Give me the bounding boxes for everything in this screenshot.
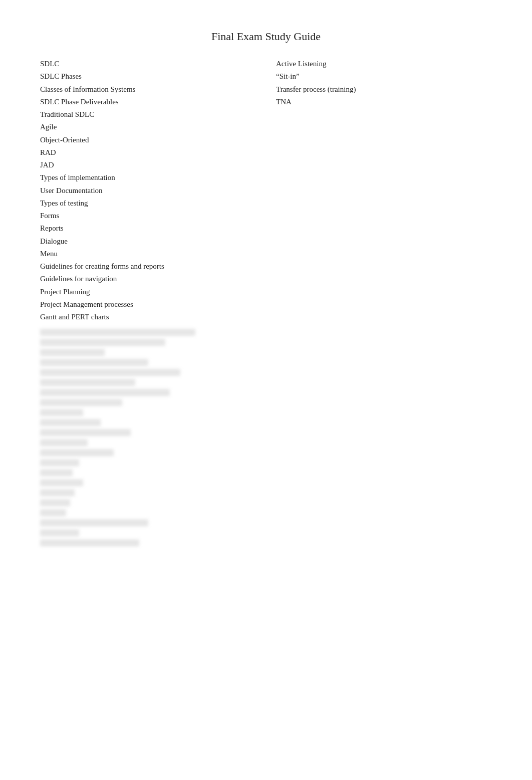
list-item: RAD [40, 147, 256, 158]
list-item: Dialogue [40, 236, 256, 247]
list-item: TNA [276, 96, 492, 108]
list-item: SDLC Phases [40, 71, 256, 82]
list-item: Guidelines for navigation [40, 273, 256, 285]
list-item: SDLC Phase Deliverables [40, 96, 256, 108]
list-item: “Sit-in” [276, 71, 492, 82]
list-item: Project Management processes [40, 299, 256, 310]
list-item: Project Planning [40, 286, 256, 298]
list-item: User Documentation [40, 185, 256, 197]
list-item: Guidelines for creating forms and report… [40, 261, 256, 272]
blurred-content [40, 329, 256, 549]
page-title: Final Exam Study Guide [40, 30, 492, 43]
list-item: Active Listening [276, 58, 492, 70]
content-area: SDLC SDLC Phases Classes of Information … [40, 58, 492, 549]
list-item: Forms [40, 210, 256, 222]
list-item: Classes of Information Systems [40, 84, 256, 95]
list-item: Types of testing [40, 198, 256, 209]
list-item: Transfer process (training) [276, 84, 492, 95]
left-column: SDLC SDLC Phases Classes of Information … [40, 58, 256, 549]
list-item: Menu [40, 248, 256, 260]
list-item: Object-Oriented [40, 134, 256, 146]
list-item: Reports [40, 223, 256, 234]
right-column: Active Listening “Sit-in” Transfer proce… [256, 58, 492, 549]
list-item: Gantt and PERT charts [40, 311, 256, 323]
list-item: Agile [40, 121, 256, 133]
list-item: SDLC [40, 58, 256, 70]
list-item: JAD [40, 159, 256, 171]
list-item: Traditional SDLC [40, 109, 256, 120]
list-item: Types of implementation [40, 172, 256, 183]
